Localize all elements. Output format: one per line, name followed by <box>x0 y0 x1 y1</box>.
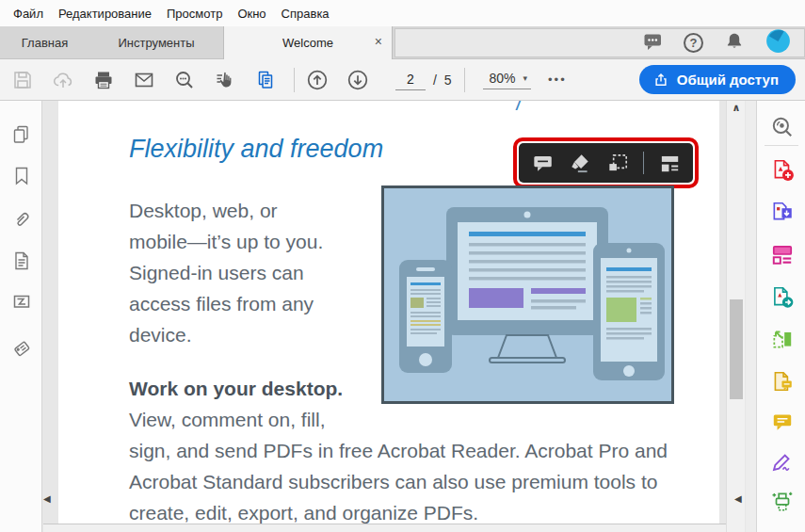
menu-file[interactable]: Файл <box>6 7 51 21</box>
page-up-icon <box>305 68 330 92</box>
tab-bar: Главная Инструменты Welcome × ? <box>0 26 805 59</box>
user-avatar[interactable] <box>765 28 791 57</box>
comments-button[interactable] <box>770 410 795 434</box>
next-page-button[interactable] <box>344 66 372 94</box>
layers-button[interactable] <box>10 290 33 313</box>
hud-separator <box>643 152 644 174</box>
email-button[interactable] <box>130 66 158 94</box>
page-number-control: / 5 <box>395 70 451 90</box>
combine-files-button[interactable] <box>770 327 795 351</box>
tab-tools[interactable]: Инструменты <box>89 26 223 58</box>
quick-tools-hud <box>519 143 693 183</box>
left-navigation-panel <box>0 101 42 532</box>
cloud-upload-icon <box>52 69 74 91</box>
paragraph-2: Work on your desktop. View, comment on, … <box>129 373 668 524</box>
zoom-level-control[interactable]: 80% ▾ <box>483 71 531 89</box>
right-tools-panel <box>756 101 805 532</box>
vertical-scrollbar[interactable]: ∧ <box>726 101 745 532</box>
document-area: / Flexibility and freedom <box>0 101 805 532</box>
pdf-page: / Flexibility and freedom <box>58 101 719 524</box>
enhance-scans-button[interactable] <box>770 489 795 513</box>
share-button-label: Общий доступ <box>677 72 779 88</box>
search-tools-button[interactable] <box>770 115 795 139</box>
menu-help[interactable]: Справка <box>274 7 337 21</box>
panel-separator <box>765 145 798 146</box>
bookmarks-button[interactable] <box>10 165 33 187</box>
scrollbar-thumb[interactable] <box>730 299 743 399</box>
tab-welcome-label: Welcome <box>282 36 333 50</box>
page-number-input[interactable] <box>395 70 426 90</box>
page-total-label: / 5 <box>433 73 451 88</box>
page-panel-button[interactable] <box>10 250 33 272</box>
save-icon <box>11 69 34 91</box>
fill-sign-button[interactable] <box>770 449 795 474</box>
selection-tool-icon <box>214 69 236 91</box>
edit-pdf-button[interactable] <box>770 242 795 266</box>
hud-snapshot-button[interactable] <box>605 151 630 175</box>
help-glyph: ? <box>690 36 698 50</box>
panel-gap <box>746 101 756 532</box>
tab-home[interactable]: Главная <box>0 26 89 58</box>
tab-welcome-document[interactable]: Welcome × <box>223 26 393 59</box>
more-tools-button[interactable]: ••• <box>548 73 567 87</box>
page-copy-button[interactable] <box>251 66 280 94</box>
share-icon <box>652 72 669 89</box>
tags-button[interactable] <box>10 337 33 360</box>
export-pdf-button[interactable] <box>770 200 795 224</box>
search-zoom-icon <box>173 69 196 91</box>
menu-view[interactable]: Просмотр <box>159 7 230 21</box>
scroll-left-icon[interactable]: ◀ <box>43 493 51 504</box>
toolbar-separator <box>294 68 295 92</box>
acrobat-window: Файл Редактирование Просмотр Окно Справк… <box>0 0 805 532</box>
chevron-down-icon: ▾ <box>523 73 528 83</box>
comment-document-button[interactable] <box>770 369 795 394</box>
scrolled-text-fragment: / <box>516 101 520 113</box>
page-copy-icon <box>254 69 277 91</box>
main-toolbar: / 5 80% ▾ ••• Общий доступ <box>0 59 805 101</box>
selection-tool-button[interactable] <box>211 66 239 94</box>
send-pdf-button[interactable] <box>770 284 795 309</box>
email-icon <box>133 69 155 91</box>
print-icon <box>92 69 115 91</box>
scroll-up-icon[interactable]: ∧ <box>727 102 746 114</box>
hud-comment-button[interactable] <box>530 151 555 175</box>
help-icon[interactable]: ? <box>684 33 703 53</box>
previous-page-button[interactable] <box>303 66 331 94</box>
annotation-highlight-box <box>513 137 699 188</box>
attachments-button[interactable] <box>10 208 33 231</box>
menu-window[interactable]: Окно <box>230 7 273 21</box>
close-tab-icon[interactable]: × <box>375 34 382 49</box>
menu-bar: Файл Редактирование Просмотр Окно Справк… <box>0 0 805 26</box>
create-pdf-button[interactable] <box>770 157 795 182</box>
page-down-icon <box>346 68 370 92</box>
paragraph-1: Desktop, web, or mobile—it’s up to you. … <box>129 195 323 350</box>
menu-edit[interactable]: Редактирование <box>51 7 159 21</box>
marquee-zoom-button[interactable] <box>170 66 199 94</box>
feedback-icon[interactable] <box>641 30 664 56</box>
print-button[interactable] <box>89 66 118 94</box>
devices-illustration <box>381 185 674 404</box>
share-button[interactable]: Общий доступ <box>639 65 796 94</box>
cloud-upload-button[interactable] <box>49 66 77 94</box>
notifications-bell-icon[interactable] <box>723 30 746 56</box>
document-heading: Flexibility and freedom <box>129 135 383 164</box>
save-button[interactable] <box>8 66 37 94</box>
horizontal-scrollbar[interactable] <box>43 524 726 532</box>
page-thumbnails-button[interactable] <box>10 123 33 146</box>
hud-layout-button[interactable] <box>657 151 682 175</box>
collapse-panel-icon[interactable]: ◀ <box>734 493 742 504</box>
hud-highlight-button[interactable] <box>568 151 592 175</box>
titlebar-actions: ? <box>394 28 805 57</box>
zoom-value: 80% <box>489 71 515 86</box>
toolbar-separator <box>464 68 465 92</box>
